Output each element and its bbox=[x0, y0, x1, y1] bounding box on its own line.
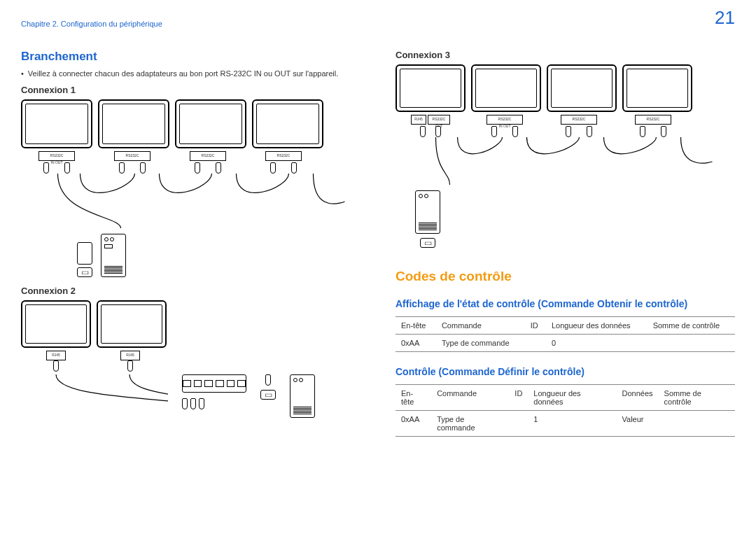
monitor-icon bbox=[622, 64, 692, 112]
connexion1-title: Connexion 1 bbox=[21, 85, 360, 95]
td-longueur: 0 bbox=[546, 335, 648, 352]
page-number: 21 bbox=[715, 7, 735, 29]
connexion2-diagram: RJ45 RJ45 bbox=[21, 300, 360, 418]
jack-icon bbox=[265, 374, 271, 386]
jack-icon bbox=[587, 126, 592, 137]
th-id: ID bbox=[509, 385, 528, 411]
port-rj45-label: RJ45 bbox=[46, 351, 66, 360]
port-rj45-label: RJ45 bbox=[411, 115, 426, 125]
serial-connector-icon: ▭ bbox=[77, 242, 92, 277]
monitor-icon bbox=[252, 99, 323, 148]
connexion1-diagram: RS232CIN OUT RS232C RS232C RS232C bbox=[21, 99, 360, 277]
right-column: Connexion 3 RJ45 RS232C OUT bbox=[396, 50, 735, 447]
td-longueur: 1 bbox=[528, 411, 616, 437]
section-branchement-title: Branchement bbox=[21, 50, 360, 64]
adapter-icon: ▭ bbox=[77, 267, 92, 277]
left-column: Branchement Veillez à connecter chacun d… bbox=[21, 50, 360, 447]
page-header: Chapitre 2. Configuration du périphériqu… bbox=[21, 20, 735, 29]
monitor-icon bbox=[471, 64, 541, 112]
table-commande-definir: En-tête Commande ID Longueur des données… bbox=[396, 384, 735, 437]
table-commande-obtenir: En-tête Commande ID Longueur des données… bbox=[396, 316, 735, 352]
td-id bbox=[509, 411, 528, 437]
monitor-icon bbox=[547, 64, 617, 112]
adapter-icon: ▭ bbox=[420, 238, 435, 248]
port-rs232c-label: RS232C bbox=[190, 151, 226, 161]
port-rs232c-label: RS232CIN OUT bbox=[38, 151, 75, 161]
jack-icon bbox=[661, 126, 666, 137]
jack-icon bbox=[190, 398, 196, 409]
jack-icon bbox=[435, 126, 441, 137]
jack-icon bbox=[512, 126, 518, 137]
monitor-icon bbox=[396, 64, 465, 112]
th-longueur: Longueur des données bbox=[528, 385, 616, 411]
jack-icon bbox=[199, 398, 204, 409]
cable-wires-icon bbox=[396, 137, 735, 186]
table-row: 0xAA Type de commande 0 bbox=[396, 335, 735, 352]
td-donnees: Valeur bbox=[617, 411, 659, 437]
jack-icon bbox=[43, 162, 49, 174]
td-commande: Type de commande bbox=[431, 411, 509, 437]
connexion2-title: Connexion 2 bbox=[21, 286, 360, 296]
jack-icon bbox=[640, 126, 645, 137]
section-affichage-title: Affichage de l'état de contrôle (Command… bbox=[396, 298, 735, 309]
computer-tower-icon bbox=[290, 374, 315, 418]
th-commande: Commande bbox=[431, 385, 509, 411]
branchement-note: Veillez à connecter chacun des adaptateu… bbox=[21, 69, 360, 78]
monitor-icon bbox=[175, 99, 246, 148]
codes-de-controle-title: Codes de contrôle bbox=[396, 269, 735, 284]
cable-wires-icon bbox=[21, 374, 168, 409]
jack-icon bbox=[420, 126, 426, 137]
branchement-note-text: Veillez à connecter chacun des adaptateu… bbox=[28, 69, 338, 78]
port-rs232c-label: RS232C bbox=[561, 115, 597, 125]
jack-icon bbox=[53, 360, 59, 372]
jack-icon bbox=[64, 162, 70, 174]
section-definir-title: Contrôle (Commande Définir le contrôle) bbox=[396, 366, 735, 377]
td-id bbox=[525, 335, 546, 352]
adapter-icon: ▭ bbox=[260, 390, 276, 400]
jack-icon bbox=[182, 398, 188, 409]
th-donnees: Données bbox=[617, 385, 659, 411]
th-entete: En-tête bbox=[396, 317, 436, 335]
port-rs232c-label: RS232C bbox=[635, 115, 671, 125]
jack-icon bbox=[195, 162, 200, 174]
table-row: En-tête Commande ID Longueur des données… bbox=[396, 317, 735, 335]
port-rs232c-label: RS232C bbox=[265, 151, 302, 161]
computer-tower-icon bbox=[101, 234, 126, 277]
jack-icon bbox=[119, 162, 125, 174]
port-rs232c-out-label: RS232C OUT bbox=[428, 115, 450, 125]
monitor-icon bbox=[97, 300, 167, 348]
connexion3-diagram: RJ45 RS232C OUT RS232CIN OUT RS232C bbox=[396, 64, 735, 248]
td-entete: 0xAA bbox=[396, 411, 431, 437]
jack-icon bbox=[270, 162, 276, 174]
monitor-icon bbox=[98, 99, 169, 148]
td-commande: Type de commande bbox=[436, 335, 525, 352]
th-somme: Somme de contrôle bbox=[648, 317, 735, 335]
cable-wires-icon bbox=[21, 174, 360, 230]
monitor-icon bbox=[21, 99, 92, 148]
th-somme: Somme de contrôle bbox=[659, 385, 735, 411]
td-entete: 0xAA bbox=[396, 335, 436, 352]
jack-icon bbox=[291, 162, 297, 174]
jack-icon bbox=[566, 126, 571, 137]
th-commande: Commande bbox=[436, 317, 525, 335]
port-rs232c-label: RS232C bbox=[114, 151, 150, 161]
port-rj45-label: RJ45 bbox=[120, 351, 140, 360]
jack-icon bbox=[216, 162, 221, 174]
monitor-icon bbox=[21, 300, 91, 348]
th-id: ID bbox=[525, 317, 546, 335]
th-longueur: Longueur des données bbox=[546, 317, 648, 335]
table-row: 0xAA Type de commande 1 Valeur bbox=[396, 411, 735, 437]
th-entete: En-tête bbox=[396, 385, 431, 411]
jack-icon bbox=[127, 360, 133, 372]
network-hub-icon bbox=[182, 374, 246, 393]
td-somme bbox=[659, 411, 735, 437]
chapter-label: Chapitre 2. Configuration du périphériqu… bbox=[21, 20, 162, 28]
table-row: En-tête Commande ID Longueur des données… bbox=[396, 385, 735, 411]
jack-icon bbox=[140, 162, 146, 174]
port-rs232c-label: RS232CIN OUT bbox=[486, 115, 523, 125]
td-somme bbox=[648, 335, 735, 352]
connexion3-title: Connexion 3 bbox=[396, 50, 735, 60]
computer-tower-icon bbox=[415, 190, 440, 234]
jack-icon bbox=[491, 126, 497, 137]
